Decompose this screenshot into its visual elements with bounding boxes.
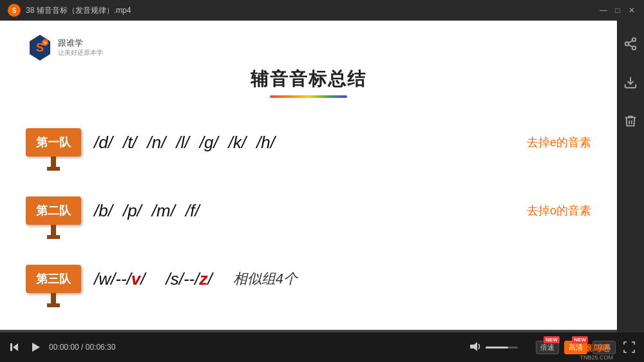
play-button[interactable]	[27, 340, 44, 354]
svg-line-8	[629, 41, 632, 43]
title-bar-left: S 38 辅音音标（发音规律）.mp4	[8, 4, 131, 17]
phonics-symbols-2: /b/ /p/ /m/ /f/	[94, 201, 514, 221]
speed-button[interactable]: NEW 倍速	[536, 341, 559, 354]
watermark-url: TNB25.COM	[580, 354, 613, 361]
svg-marker-10	[13, 343, 18, 351]
window-title: 38 辅音音标（发音规律）.mp4	[26, 5, 131, 16]
similar-note: 相似组4个	[233, 269, 298, 289]
svg-marker-13	[470, 342, 477, 351]
video-header: S ? 跟谁学 让美好还原本学	[26, 33, 591, 62]
brand-logo: S ? 跟谁学 让美好还原本学	[26, 33, 103, 62]
share-button[interactable]	[620, 33, 641, 54]
group-note-2: 去掉o的音素	[527, 203, 591, 218]
volume-fill	[486, 347, 508, 348]
app-logo-icon: S	[8, 4, 21, 17]
content-rows: 第一队 /d/ /t/ /n/ /l/ /g/ /k/ /h/ 去掉e的音素	[26, 102, 591, 319]
phonics-symbols-1: /d/ /t/ /n/ /l/ /g/ /k/ /h/	[94, 133, 514, 153]
svg-line-7	[629, 44, 632, 47]
svg-text:?: ?	[44, 41, 47, 46]
fullscreen-button[interactable]	[621, 340, 638, 354]
prev-button[interactable]	[6, 341, 22, 354]
video-player: S 38 辅音音标（发音规律）.mp4 — □ ✕	[0, 0, 644, 362]
title-underline	[270, 95, 347, 98]
time-sep: /	[81, 343, 83, 352]
download-button[interactable]	[620, 72, 641, 93]
speed-new-badge: NEW	[544, 336, 560, 343]
total-time: 00:06:30	[86, 343, 116, 352]
group-sign-2: 第二队	[26, 196, 81, 225]
watermark: 滚鸟吧 TNB25.COM	[580, 343, 613, 361]
close-button[interactable]: ✕	[627, 6, 636, 15]
group-sign-1: 第一队	[26, 128, 81, 157]
delete-button[interactable]	[620, 111, 641, 131]
main-area: S ? 跟谁学 让美好还原本学 辅音音标总结	[0, 21, 644, 332]
window-controls: — □ ✕	[599, 6, 636, 15]
speed-label: 倍速	[540, 343, 554, 352]
video-content: S ? 跟谁学 让美好还原本学 辅音音标总结	[0, 21, 617, 332]
quality-new-badge: NEW	[572, 336, 588, 343]
player-controls: 00:00:00 / 00:06:30 NEW 倍速 NEW 高清 字幕	[0, 332, 644, 362]
time-display: 00:00:00 / 00:06:30	[49, 343, 115, 352]
svg-marker-12	[32, 343, 40, 352]
title-bar: S 38 辅音音标（发音规律）.mp4 — □ ✕	[0, 0, 644, 21]
video-main-title: 辅音音标总结	[26, 67, 591, 91]
group-sign-3: 第三队	[26, 265, 81, 293]
current-time: 00:00:00	[49, 343, 79, 352]
brand-name: 跟谁学	[58, 38, 103, 48]
progress-bar-container[interactable]	[0, 330, 617, 332]
minimize-button[interactable]: —	[599, 6, 608, 15]
svg-point-5	[625, 42, 629, 46]
phonics-row-2: 第二队 /b/ /p/ /m/ /f/ 去掉o的音素	[26, 191, 591, 230]
volume-bar[interactable]	[486, 347, 518, 348]
phonics-row-3: 第三队 /w/--/v/ /s/--/z/ 相似组4个	[26, 260, 591, 298]
volume-button[interactable]	[469, 341, 480, 354]
svg-rect-11	[10, 343, 12, 351]
video-title-section: 辅音音标总结	[26, 67, 591, 98]
phonics-row-1: 第一队 /d/ /t/ /n/ /l/ /g/ /k/ /h/ 去掉e的音素	[26, 123, 591, 162]
maximize-button[interactable]: □	[613, 6, 622, 15]
group-note-1: 去掉e的音素	[527, 135, 591, 150]
brand-icon: S ?	[26, 33, 54, 62]
brand-tagline: 让美好还原本学	[58, 48, 103, 57]
right-sidebar	[617, 21, 644, 332]
brand-text: 跟谁学 让美好还原本学	[58, 38, 103, 57]
svg-point-6	[632, 46, 636, 50]
phonics-symbols-3: /w/--/v/ /s/--/z/ 相似组4个	[94, 269, 591, 289]
watermark-logo: 滚鸟吧	[580, 343, 613, 354]
svg-point-4	[632, 38, 636, 42]
